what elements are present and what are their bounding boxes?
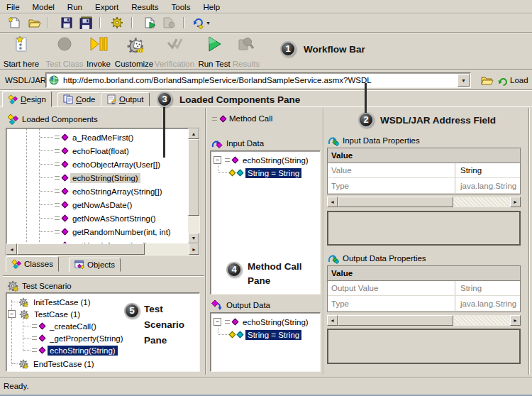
tree-item[interactable]: getRandomNumber(int, int) (40, 226, 173, 238)
workflow-run-test[interactable]: Run Test (196, 35, 233, 68)
input-properties-hscrollbar[interactable]: ◄ ► (327, 197, 521, 207)
collapse-toggle[interactable]: − (8, 310, 16, 318)
input-tree-child-selected[interactable]: String = String (218, 167, 301, 179)
workflow-test-class-label: Test Class (45, 60, 83, 68)
table-row[interactable]: Type java.lang.String (328, 179, 520, 194)
workflow-start-here[interactable]: Start here (1, 35, 42, 68)
workflow-invoke[interactable]: Invoke (80, 35, 117, 68)
tab-design[interactable]: Design (2, 91, 52, 107)
loaded-components-tree[interactable]: a_ReadMeFirst() echoFloat(float) echoObj… (6, 128, 200, 255)
scenario-item-echostring-selected[interactable]: echoString(String) (23, 344, 118, 356)
workflow-customize[interactable]: Customize (115, 35, 153, 68)
scrollbar-thumb[interactable] (17, 243, 145, 255)
menu-model[interactable]: Model (26, 1, 61, 13)
tab-output-label: Output (119, 95, 144, 104)
output-data-tree[interactable]: − echoString(String) String = String (210, 312, 321, 372)
method-diamond-icon (39, 323, 46, 330)
horizontal-scrollbar[interactable]: ◄ ► (6, 243, 199, 255)
scenario-item-createcall[interactable]: _createCall() (23, 320, 99, 332)
toolbar-separator (47, 17, 48, 28)
callout-3-line (163, 106, 165, 158)
tree-guide-line (39, 128, 40, 242)
output-properties-table[interactable]: Value Output Value String Type java.lang… (327, 265, 521, 312)
menu-export[interactable]: Export (89, 1, 125, 13)
disabled-document-icon (163, 17, 176, 28)
scrollbar-thumb[interactable] (338, 315, 453, 326)
collapse-toggle[interactable]: − (214, 156, 221, 164)
wsdl-dropdown-button[interactable]: ▼ (458, 74, 470, 87)
tab-output[interactable]: Output (101, 92, 150, 106)
tab-objects-label: Objects (87, 260, 115, 269)
update-button[interactable] (190, 15, 207, 31)
method-diamond-icon (62, 161, 69, 168)
toolbar-dropdown-caret[interactable]: ▼ (206, 21, 211, 26)
run-document-button[interactable] (141, 15, 158, 31)
output-properties-hscrollbar[interactable]: ◄ ► (327, 315, 521, 326)
scroll-left-button[interactable]: ◄ (6, 243, 17, 255)
wsdl-url-text[interactable]: http://demo.borland.com/BorlandSampleSer… (63, 76, 372, 84)
scroll-right-button[interactable]: ► (510, 197, 521, 207)
scenario-item-getproperty[interactable]: _getProperty(String) (23, 332, 126, 344)
scenario-item-inittestcase[interactable]: InitTestCase (1) (12, 296, 93, 308)
menu-tools[interactable]: Tools (165, 1, 197, 13)
menu-results[interactable]: Results (125, 1, 165, 13)
scroll-down-button[interactable]: ▼ (188, 233, 199, 243)
table-row[interactable]: Type java.lang.String (328, 297, 520, 312)
method-diamond-icon (62, 134, 69, 141)
menu-file[interactable]: File (0, 1, 26, 13)
load-button[interactable]: Load (498, 72, 528, 88)
save-button[interactable] (58, 15, 75, 31)
scrollbar-track[interactable] (453, 316, 510, 325)
tree-item[interactable]: echoStringArray(String[]) (40, 185, 165, 197)
settings-gears-button[interactable] (109, 15, 126, 31)
workflow-invoke-label: Invoke (87, 60, 111, 68)
open-file-button[interactable] (26, 15, 43, 31)
scrollbar-thumb[interactable] (188, 139, 199, 216)
output-tree-root[interactable]: − echoString(String) (214, 316, 311, 328)
scroll-right-button[interactable]: ► (510, 315, 521, 326)
tree-item[interactable]: getNowAsDate() (40, 199, 134, 211)
scenario-item-endtestcase[interactable]: EndTestCase (1) (12, 358, 96, 370)
input-tree-root[interactable]: − echoString(String) (214, 154, 311, 166)
input-properties-table[interactable]: Value Value String Type java.lang.String (327, 148, 521, 194)
scrollbar-thumb[interactable] (338, 197, 453, 207)
scroll-up-button[interactable]: ▲ (188, 128, 199, 139)
save-all-button[interactable] (77, 15, 94, 31)
test-class-icon (57, 35, 72, 53)
tree-item[interactable]: a_ReadMeFirst() (40, 131, 135, 143)
scrollbar-track[interactable] (453, 197, 510, 207)
tree-item[interactable]: echoObjectArray(User[]) (40, 158, 162, 170)
menu-help[interactable]: Help (196, 1, 226, 13)
method-diamond-icon (62, 202, 69, 209)
table-row[interactable]: Output Value String (328, 281, 520, 296)
callout-1-label: Workflow Bar (304, 44, 365, 55)
browse-wsdl-button[interactable] (478, 72, 497, 88)
vertical-scrollbar[interactable]: ▲ ▼ (188, 128, 199, 243)
method-diamond-icon (39, 335, 46, 342)
output-tree-child-selected[interactable]: String = String (218, 329, 301, 341)
tab-classes[interactable]: Classes (6, 256, 59, 272)
tree-item[interactable]: getNowAsShortString() (40, 212, 158, 224)
tree-item[interactable]: echoFloat(float) (40, 145, 131, 157)
workflow-run-test-label: Run Test (198, 60, 230, 68)
test-scenario-icon (7, 280, 18, 292)
value-cell[interactable]: String (458, 166, 482, 175)
wsdl-address-combobox[interactable]: http://demo.borland.com/BorlandSampleSer… (45, 72, 471, 88)
tab-code[interactable]: Code (57, 92, 101, 106)
output-properties-description-box (327, 329, 521, 364)
input-data-tree[interactable]: − echoString(String) String = String 4 M… (210, 150, 321, 295)
scenario-item-testcase[interactable]: − TestCase (1) (8, 308, 82, 320)
workflow-verification: Verification (154, 35, 195, 68)
scroll-left-button[interactable]: ◄ (327, 315, 338, 326)
table-row[interactable]: Value String (328, 163, 520, 178)
test-scenario-tree[interactable]: InitTestCase (1) − TestCase (1) _createC… (6, 292, 200, 372)
scroll-left-button[interactable]: ◄ (327, 197, 338, 207)
new-file-button[interactable] (6, 15, 23, 31)
update-arrow-icon (193, 16, 204, 29)
input-data-icon (211, 138, 223, 149)
scroll-right-button[interactable]: ► (189, 243, 199, 255)
menu-run[interactable]: Run (61, 1, 89, 13)
tab-objects[interactable]: Objects (69, 258, 121, 272)
tree-item-selected[interactable]: echoString(String) (40, 172, 140, 184)
collapse-toggle[interactable]: − (214, 318, 221, 326)
